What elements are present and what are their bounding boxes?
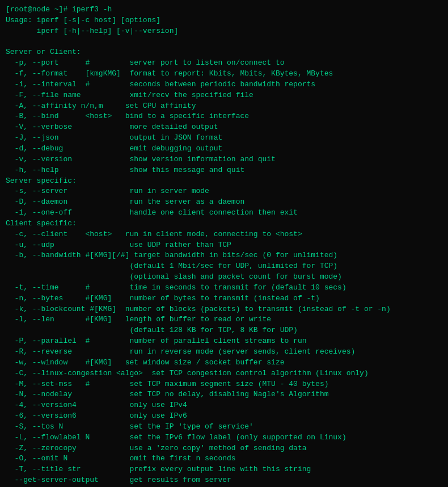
terminal-line: --get-server-output get results from ser… [6,475,448,486]
terminal-line: -P, --parallel # number of parallel clie… [6,336,448,347]
terminal-window: [root@node ~]# iperf3 -hUsage: iperf [-s… [6,5,448,487]
terminal-line: -S, --tos N set the IP 'type of service' [6,422,448,433]
terminal-line: -O, --omit N omit the first n seconds [6,454,448,464]
terminal-line: -k, --blockcount #[KMG] number of blocks… [6,304,448,315]
terminal-line: -Z, --zerocopy use a 'zero copy' method … [6,443,448,454]
terminal-line: -v, --version show version information a… [6,154,448,165]
terminal-line: -T, --title str prefix every output line… [6,464,448,475]
terminal-line: -1, --one-off handle one client connecti… [6,208,448,219]
terminal-line: -N, --nodelay set TCP no delay, disablin… [6,389,448,400]
terminal-line: -M, --set-mss # set TCP maximum segment … [6,379,448,390]
terminal-line: -f, --format [kmgKMG] format to report: … [6,69,448,79]
terminal-line: -A, --affinity n/n,m set CPU affinity [6,101,448,112]
terminal-line: -t, --time # time in seconds to transmit… [6,283,448,293]
terminal-line: [root@node ~]# iperf3 -h [6,5,448,15]
terminal-line: (optional slash and packet count for bur… [6,272,448,283]
terminal-line: (default 128 KB for TCP, 8 KB for UDP) [6,325,448,336]
terminal-line: Server specific: [6,176,448,187]
terminal-line: -D, --daemon run the server as a daemon [6,197,448,208]
terminal-line: Client specific: [6,219,448,229]
terminal-line: -n, --bytes #[KMG] number of bytes to tr… [6,293,448,304]
terminal-line: -L, --flowlabel N set the IPv6 flow labe… [6,433,448,443]
terminal-line: -s, --server run in server mode [6,186,448,197]
terminal-line: -i, --interval # seconds between periodi… [6,79,448,90]
terminal-line: -c, --client <host> run in client mode, … [6,229,448,240]
terminal-line: -u, --udp use UDP rather than TCP [6,240,448,251]
terminal-line: -p, --port # server port to listen on/co… [6,58,448,69]
terminal-line: -J, --json output in JSON format [6,133,448,144]
terminal-line: -b, --bandwidth #[KMG][/#] target bandwi… [6,250,448,261]
terminal-line: -4, --version4 only use IPv4 [6,400,448,411]
terminal-line: -F, --file name xmit/recv the specified … [6,90,448,101]
terminal-line: -h, --help show this message and quit [6,165,448,176]
terminal-line: -d, --debug emit debugging output [6,144,448,154]
terminal-output: [root@node ~]# iperf3 -hUsage: iperf [-s… [6,5,448,487]
terminal-line: -l, --len #[KMG] length of buffer to rea… [6,314,448,325]
terminal-line: -V, --verbose more detailed output [6,122,448,133]
terminal-line: -B, --bind <host> bind to a specific int… [6,111,448,122]
terminal-line: Server or Client: [6,47,448,58]
terminal-line: (default 1 Mbit/sec for UDP, unlimited f… [6,261,448,272]
terminal-line: iperf [-h|--help] [-v|--version] [6,26,448,37]
terminal-line: -R, --reverse run in reverse mode (serve… [6,347,448,358]
terminal-line: -w, --window #[KMG] set window size / so… [6,358,448,368]
terminal-line: -C, --linux-congestion <algo> set TCP co… [6,368,448,379]
terminal-line: Usage: iperf [-s|-c host] [options] [6,15,448,26]
terminal-line: -6, --version6 only use IPv6 [6,411,448,422]
terminal-line [6,37,448,48]
